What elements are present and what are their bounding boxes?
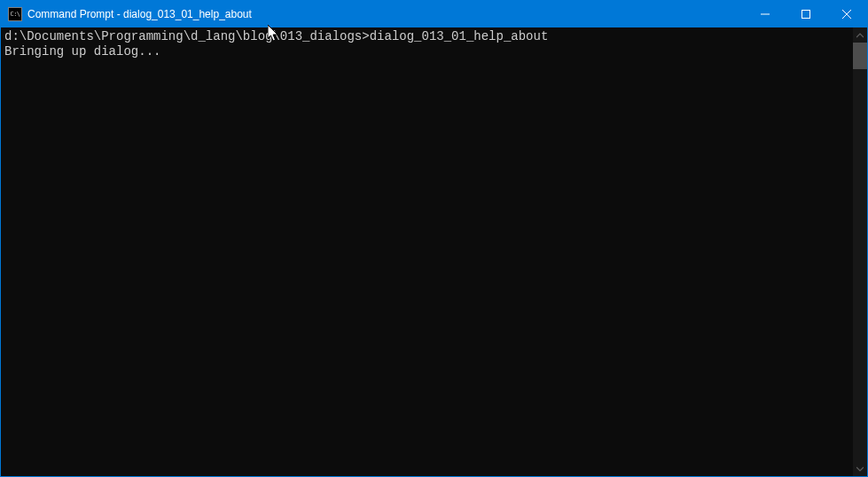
scroll-track[interactable]	[853, 43, 867, 461]
scroll-down-button[interactable]	[853, 461, 867, 476]
vertical-scrollbar[interactable]	[853, 27, 867, 476]
svg-rect-1	[802, 11, 810, 19]
close-button[interactable]	[826, 1, 867, 27]
minimize-button[interactable]	[745, 1, 786, 27]
app-icon-text: C:\	[10, 11, 20, 18]
window-controls	[745, 1, 867, 27]
chevron-down-icon	[856, 466, 864, 472]
output-line: Bringing up dialog...	[4, 44, 849, 59]
maximize-button[interactable]	[786, 1, 826, 27]
prompt-path: d:\Documents\Programming\d_lang\blog\013…	[4, 29, 370, 44]
close-icon	[842, 10, 851, 19]
command-input: dialog_013_01_help_about	[370, 29, 549, 44]
scroll-up-button[interactable]	[853, 27, 867, 43]
chevron-up-icon	[856, 33, 864, 38]
scroll-thumb[interactable]	[853, 43, 867, 69]
client-area: d:\Documents\Programming\d_lang\blog\013…	[1, 27, 867, 476]
minimize-icon	[761, 10, 770, 19]
window-title: Command Prompt - dialog_013_01_help_abou…	[27, 8, 252, 20]
maximize-icon	[802, 10, 810, 19]
titlebar[interactable]: C:\ Command Prompt - dialog_013_01_help_…	[1, 1, 867, 27]
terminal-content[interactable]: d:\Documents\Programming\d_lang\blog\013…	[1, 27, 853, 476]
app-icon: C:\	[8, 7, 22, 21]
command-prompt-window: C:\ Command Prompt - dialog_013_01_help_…	[1, 1, 867, 476]
